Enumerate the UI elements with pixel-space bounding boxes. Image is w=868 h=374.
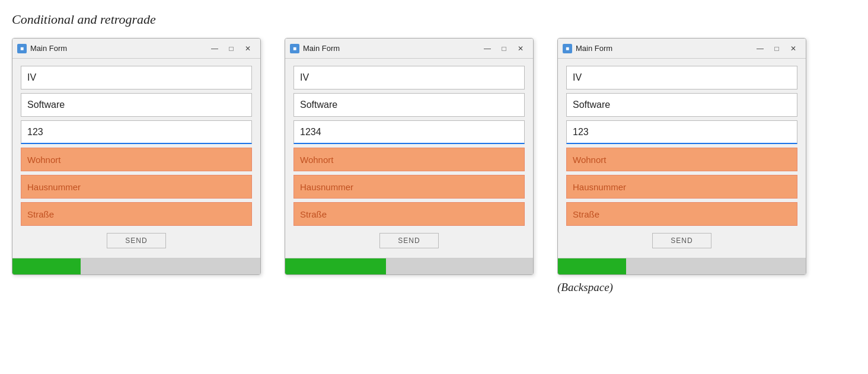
field-software-1-value: Software [27,100,65,110]
footer-3 [558,258,806,274]
send-button-1[interactable]: SEND [107,233,165,248]
window-wrapper-1: ■ Main Form — □ ✕ IV Software [12,38,261,275]
field-strasse-3[interactable]: Straße [566,202,797,226]
form-body-3: IV Software 123 Wohnort Hausnummer [558,59,806,258]
field-wohnort-2[interactable]: Wohnort [293,148,525,171]
field-hausnummer-1-placeholder: Hausnummer [27,182,81,192]
maximize-button-3[interactable]: □ [769,42,784,55]
titlebar-2: ■ Main Form — □ ✕ [285,39,533,59]
field-wohnort-1-placeholder: Wohnort [27,155,60,165]
field-number-3-value: 123 [573,127,589,138]
close-button-3[interactable]: ✕ [786,42,801,55]
field-strasse-2[interactable]: Straße [293,202,525,226]
field-strasse-3-placeholder: Straße [573,209,599,219]
field-software-1[interactable]: Software [21,93,252,117]
window-title-3: Main Form [576,44,749,53]
window-title-2: Main Form [303,44,476,53]
send-row-3: SEND [566,229,797,250]
minimize-button-3[interactable]: — [752,42,768,55]
field-strasse-2-placeholder: Straße [300,209,327,219]
field-iv-2[interactable]: IV [293,66,525,89]
maximize-button-1[interactable]: □ [224,42,239,55]
win-controls-1: — □ ✕ [207,42,256,55]
footer-green-3 [558,258,626,274]
app-icon-3: ■ [563,44,572,53]
footer-green-1 [12,258,81,274]
field-software-3-value: Software [573,100,610,110]
footer-gray-2 [386,258,533,274]
minimize-button-2[interactable]: — [480,42,495,55]
window-wrapper-2: ■ Main Form — □ ✕ IV Software [285,38,534,275]
window-title-1: Main Form [30,44,203,53]
app-icon-1: ■ [17,44,27,53]
field-number-1[interactable]: 123 [21,120,252,144]
window-wrapper-3: ■ Main Form — □ ✕ IV Software [557,38,806,294]
close-button-1[interactable]: ✕ [240,42,256,55]
field-wohnort-3-placeholder: Wohnort [573,155,606,165]
field-iv-1[interactable]: IV [21,66,252,89]
window-1: ■ Main Form — □ ✕ IV Software [12,38,261,275]
send-row-2: SEND [293,229,525,250]
field-iv-3[interactable]: IV [566,66,797,89]
footer-gray-3 [626,258,806,274]
field-hausnummer-2-placeholder: Hausnummer [300,182,353,192]
page-title: Conditional and retrograde [12,12,856,27]
window-2: ■ Main Form — □ ✕ IV Software [285,38,534,275]
footer-2 [285,258,533,274]
field-strasse-1-placeholder: Straße [27,209,54,219]
send-row-1: SEND [21,229,252,250]
field-software-2[interactable]: Software [293,93,525,117]
close-button-2[interactable]: ✕ [513,42,528,55]
field-iv-3-value: IV [573,72,582,83]
send-button-2[interactable]: SEND [379,233,438,248]
send-button-3[interactable]: SEND [652,233,711,248]
page-container: Conditional and retrograde ■ Main Form —… [12,12,856,294]
footnote-backspace: (Backspace) [557,281,613,294]
field-hausnummer-3-placeholder: Hausnummer [573,182,626,192]
field-number-3[interactable]: 123 [566,120,797,144]
field-number-2-value: 1234 [300,127,321,138]
field-iv-1-value: IV [27,72,36,83]
field-iv-2-value: IV [300,72,309,83]
minimize-button-1[interactable]: — [207,42,222,55]
form-body-1: IV Software 123 Wohnort Hausnummer [12,59,260,258]
titlebar-1: ■ Main Form — □ ✕ [12,39,260,59]
footer-gray-1 [81,258,260,274]
field-hausnummer-3[interactable]: Hausnummer [566,175,797,199]
app-icon-2: ■ [290,44,299,53]
window-3: ■ Main Form — □ ✕ IV Software [557,38,806,275]
footer-1 [12,258,260,274]
field-hausnummer-1[interactable]: Hausnummer [21,175,252,199]
field-strasse-1[interactable]: Straße [21,202,252,226]
field-number-2[interactable]: 1234 [293,120,525,144]
footer-green-2 [285,258,386,274]
field-wohnort-3[interactable]: Wohnort [566,148,797,171]
field-wohnort-2-placeholder: Wohnort [300,155,333,165]
win-controls-2: — □ ✕ [480,42,528,55]
form-body-2: IV Software 1234 Wohnort Hausnummer [285,59,533,258]
windows-container: ■ Main Form — □ ✕ IV Software [12,38,856,294]
field-hausnummer-2[interactable]: Hausnummer [293,175,525,199]
titlebar-3: ■ Main Form — □ ✕ [558,39,806,59]
field-wohnort-1[interactable]: Wohnort [21,148,252,171]
field-number-1-value: 123 [27,127,43,138]
win-controls-3: — □ ✕ [752,42,801,55]
maximize-button-2[interactable]: □ [496,42,512,55]
field-software-2-value: Software [300,100,337,110]
field-software-3[interactable]: Software [566,93,797,117]
